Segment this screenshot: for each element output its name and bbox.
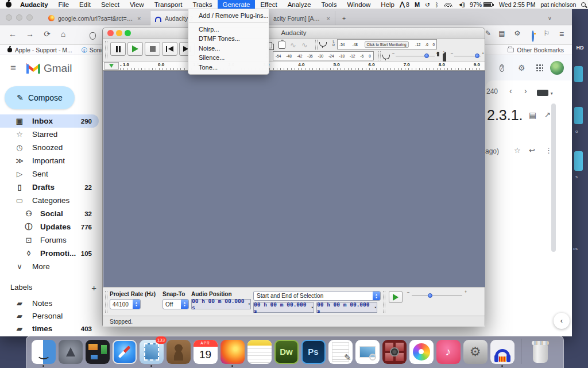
timeline-ruler[interactable]: - 1.0 0.0 1.0 2.0 3.0 4.0 5.0 6.0 7.0 8.… [103,62,485,71]
open-in-new-icon[interactable] [544,110,551,119]
sidebar-item-updates[interactable]: Updates 776 [0,220,99,233]
tracking-shield-icon[interactable] [90,32,96,40]
desktop-blue-tab[interactable] [574,151,583,171]
dock-item-audacity[interactable] [489,339,515,365]
compose-button[interactable]: Compose [5,86,75,109]
apps-grid-icon[interactable] [536,64,543,73]
play-button[interactable] [127,42,143,56]
extension-gear-icon[interactable] [512,29,523,37]
sidebar-label-personal[interactable]: Personal [0,309,99,323]
play-at-speed-button[interactable] [389,291,403,303]
malwarebytes-icon[interactable]: M [415,1,420,8]
menu-analyze[interactable]: Analyze [283,0,316,9]
dock-item-contacts[interactable] [165,339,191,365]
other-bookmarks-button[interactable]: Other Bookmarks [508,47,564,53]
selection-end-field[interactable]: 00 h 00 m 00.000 s▾ [316,302,377,313]
pinned-playhead-toggle[interactable] [104,62,119,70]
settings-gear-icon[interactable] [518,63,525,72]
forward-button[interactable] [24,29,36,39]
newer-button[interactable] [509,86,512,95]
close-tab-icon[interactable] [327,15,330,22]
dock-item-trash[interactable] [527,339,553,365]
bluetooth-icon[interactable] [435,1,439,8]
home-button[interactable] [57,29,69,39]
browser-tab-forum[interactable]: acity Forum] [Audacity Hel [269,11,335,25]
wifi-icon[interactable] [444,2,452,7]
battery-status[interactable]: 97% [470,1,494,8]
menu-view[interactable]: View [125,0,149,9]
dock-item-textedit[interactable] [327,339,353,365]
recording-volume-slider[interactable] [396,56,435,56]
snap-to-select[interactable]: Off ▲▼ [163,299,189,309]
dock-item-system-preferences[interactable] [462,339,488,365]
sidebar-item-forums[interactable]: Forums [0,233,99,247]
older-button[interactable] [524,86,527,95]
menu-edit[interactable]: Edit [74,0,96,9]
close-window-button[interactable] [6,14,12,21]
slider-knob[interactable] [424,53,429,58]
menu-generate[interactable]: Generate [218,0,256,9]
sidebar-item-inbox[interactable]: Inbox 290 [0,114,99,128]
minimize-window-button[interactable] [16,14,22,21]
toolbar-grip[interactable] [105,291,107,313]
menu-window[interactable]: Window [342,0,376,9]
browser-tab-google[interactable]: google.com/url?sa=t&rct=j&q=&esrc [44,11,150,25]
scrollbar[interactable] [551,103,556,252]
menu-bar-clock[interactable]: Wed 2:55 PM [499,1,535,8]
menu-item-add-remove-plugins[interactable]: Add / Remove Plug-ins... [188,11,269,21]
time-machine-icon[interactable] [425,1,430,8]
track-area[interactable] [103,71,485,287]
project-rate-select[interactable]: 44100 ▲▼ [110,299,141,309]
meter-grip[interactable] [315,40,318,50]
volume-icon[interactable]: ◄)) [458,2,465,7]
selection-start-field[interactable]: 00 h 00 m 00.000 s▾ [253,302,314,313]
trim-audio-icon[interactable]: ∿ [290,41,296,49]
fast-user-switch[interactable]: pat nicholson [541,1,577,8]
onetab-extension-icon[interactable] [527,32,539,41]
pause-button[interactable] [110,42,126,56]
star-message-icon[interactable] [514,146,521,155]
menu-tracks[interactable]: Tracks [187,0,217,9]
spotlight-search-icon[interactable] [581,2,586,7]
slider-knob[interactable] [475,53,479,58]
play-speed-slider[interactable] [412,296,462,296]
sidebar-item-starred[interactable]: Starred [0,128,99,141]
sidebar-label-times[interactable]: times 403 [0,322,99,335]
menu-effect[interactable]: Effect [255,0,282,9]
hamburger-menu-icon[interactable] [10,63,16,74]
sidebar-item-more[interactable]: More [0,260,99,273]
desktop-blue-tab[interactable] [574,107,583,124]
toolbar-grip[interactable] [105,41,107,59]
sidebar-icon[interactable] [496,29,508,37]
sidebar-item-drafts[interactable]: Drafts 22 [0,181,99,194]
browser-menu-icon[interactable] [556,29,567,39]
help-icon[interactable]: ? [500,63,504,72]
sidebar-item-categories[interactable]: Categories [0,194,99,207]
sidebar-item-snoozed[interactable]: Snoozed [0,141,99,154]
slider-grip[interactable] [378,51,381,60]
dock-item-photoshop[interactable]: Ps [300,339,326,365]
menu-select[interactable]: Select [96,0,125,9]
menu-item-tone[interactable]: Tone... [188,63,269,72]
app-badge-status-icon[interactable]: ⋀8 [400,1,409,8]
pocket-icon[interactable] [541,29,552,37]
desktop-blue-tab[interactable] [574,66,583,82]
menu-item-chirp[interactable]: Chirp... [188,25,269,34]
dock-item-mission-control[interactable] [84,339,110,365]
paste-icon[interactable] [278,41,285,49]
skip-to-start-button[interactable] [162,42,177,56]
bookmark-apple[interactable]: Apple - Support - M... [7,47,72,53]
menu-help[interactable]: Help [376,0,400,9]
dock-item-dreamweaver[interactable]: Dw [273,339,299,365]
menu-file[interactable]: File [53,0,75,9]
reload-button[interactable] [41,29,53,39]
print-icon[interactable] [529,110,536,120]
sidebar-label-notes[interactable]: Notes [0,297,99,310]
dock-item-notes[interactable] [246,339,272,365]
playback-meter[interactable]: -54 -48 -42 -36 -30 -24 -18 -12 -6 0 [273,51,374,60]
selection-mode-select[interactable]: Start and End of Selection ▲▼ [253,291,381,301]
silence-audio-icon[interactable]: ∿ [301,41,308,49]
dock-item-firefox[interactable] [219,339,245,365]
stop-button[interactable] [145,42,160,56]
playback-volume-slider[interactable] [454,56,481,56]
